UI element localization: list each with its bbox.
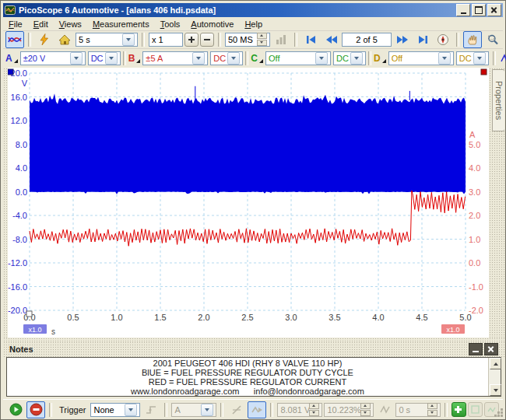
- channel-a-coupling-select[interactable]: DC: [88, 51, 121, 65]
- properties-tab[interactable]: Properties: [492, 69, 504, 131]
- left-axis-unit: V: [22, 79, 28, 88]
- channel-d-group: DOffDC: [374, 51, 489, 65]
- stop-capture-button[interactable]: [26, 401, 45, 418]
- chevron-down-icon[interactable]: [473, 52, 486, 65]
- x-axis-tick: 3.5: [329, 313, 340, 322]
- channel-a-group: A±20 VDC: [5, 51, 121, 65]
- maximize-button[interactable]: [472, 4, 486, 16]
- menu-help[interactable]: Help: [239, 18, 268, 30]
- channel-d-coupling-select[interactable]: DC: [456, 51, 489, 65]
- marquee-zoom-button[interactable]: [483, 31, 502, 48]
- edit-icon: [471, 405, 480, 414]
- menu-views[interactable]: Views: [54, 18, 87, 30]
- context-corner-icon: [136, 59, 140, 63]
- chevron-down-icon[interactable]: [350, 52, 363, 65]
- first-buffer-button[interactable]: [301, 31, 320, 48]
- notes-minimize-button[interactable]: [469, 343, 483, 355]
- channel-d-range-select[interactable]: Off: [388, 51, 454, 65]
- zoom-selection-icon: [487, 33, 499, 46]
- buffer-page-indicator[interactable]: 2 of 5: [342, 33, 392, 47]
- minimize-button[interactable]: [456, 4, 470, 16]
- channel-c-range-select[interactable]: Off: [265, 51, 331, 65]
- lightning-icon: [38, 33, 51, 46]
- menu-edit[interactable]: Edit: [28, 18, 54, 30]
- multiplier-increase-button[interactable]: [184, 33, 199, 47]
- channel-b-range-select[interactable]: ±5 A: [142, 51, 208, 65]
- hand-tool-button[interactable]: [463, 31, 482, 48]
- channel-a-trace[interactable]: [30, 93, 466, 194]
- scope-graph-panel: 20.016.012.08.04.00.0-4.0-8.0-12.0-16.0-…: [3, 68, 504, 338]
- stop-icon: [30, 403, 43, 416]
- channel-b-label[interactable]: B: [128, 53, 141, 64]
- chevron-down-icon[interactable]: [438, 52, 451, 65]
- timebase-select[interactable]: 5 s: [76, 33, 138, 47]
- next-buffer-button[interactable]: [393, 31, 412, 48]
- compass-icon: [437, 33, 449, 46]
- last-page-icon: [417, 34, 429, 45]
- menu-file[interactable]: File: [3, 18, 28, 30]
- chevron-down-icon[interactable]: [105, 52, 118, 65]
- right-axis-tick: 5.0: [469, 140, 480, 149]
- trigger-arrow-button: [248, 401, 266, 418]
- trigger-mode-select[interactable]: None: [90, 403, 140, 417]
- chevron-down-icon[interactable]: [122, 33, 135, 46]
- title-bar[interactable]: PicoScope 6 Automotive - [alans 406 hdi.…: [3, 3, 503, 17]
- notes-text[interactable]: 2001 PEUGEOT 406 HDI (RHY 8 VALVE 110 HP…: [7, 359, 488, 396]
- spinner-arrows[interactable]: [257, 33, 267, 46]
- channel-d-label[interactable]: D: [374, 53, 386, 64]
- notes-editor[interactable]: 2001 PEUGEOT 406 HDI (RHY 8 VALVE 110 HP…: [6, 357, 501, 397]
- bar-chart-icon: [276, 34, 286, 45]
- channel-b-coupling-select[interactable]: DC: [210, 51, 243, 65]
- scope-view-button[interactable]: [5, 31, 24, 48]
- add-measurement-button[interactable]: [452, 402, 466, 417]
- left-splitter[interactable]: [3, 68, 8, 338]
- post-trigger-icon-button: [375, 401, 394, 418]
- channel-a-label[interactable]: A: [5, 53, 18, 64]
- home-button[interactable]: [55, 31, 74, 48]
- menu-measurements[interactable]: Measurements: [87, 18, 155, 30]
- notes-scrollbar[interactable]: [488, 358, 501, 396]
- start-capture-button[interactable]: [6, 401, 25, 418]
- resize-grip[interactable]: [494, 408, 504, 418]
- chevron-down-icon[interactable]: [192, 52, 205, 65]
- trigger-edge-button: [142, 401, 160, 418]
- left-axis-tick: -12.0: [8, 258, 27, 268]
- zoom-multiplier-field[interactable]: x 1: [149, 33, 183, 47]
- buffer-navigator-button[interactable]: [434, 31, 452, 48]
- measurements-button: [272, 31, 290, 48]
- trigger-arrow-icon: [251, 404, 263, 415]
- last-buffer-button[interactable]: [413, 31, 432, 48]
- chevron-down-icon[interactable]: [125, 404, 137, 416]
- chevron-down-icon[interactable]: [315, 52, 328, 65]
- auto-setup-button[interactable]: [35, 31, 54, 48]
- waveform-canvas[interactable]: 20.016.012.08.04.00.0-4.0-8.0-12.0-16.0-…: [3, 68, 504, 338]
- channel-b-group: B±5 ADC: [128, 51, 244, 65]
- right-axis-tick: 3.0: [469, 187, 480, 197]
- trigger-marker-button: [227, 401, 246, 418]
- scroll-up-button[interactable]: [490, 358, 501, 369]
- menu-automotive[interactable]: Automotive: [185, 18, 239, 30]
- channel-c-coupling-select[interactable]: DC: [333, 51, 366, 65]
- post-trigger-value: 0 s: [399, 405, 410, 415]
- waveform-options-button[interactable]: [500, 50, 506, 67]
- channel-a-range-select[interactable]: ±20 V: [20, 51, 86, 65]
- x-axis-tick: 0.5: [67, 313, 79, 322]
- channel-a-marker[interactable]: [8, 69, 13, 75]
- channel-b-marker[interactable]: [481, 69, 487, 75]
- left-axis-tick: 4.0: [16, 163, 27, 173]
- chevron-down-icon[interactable]: [70, 52, 83, 65]
- multiplier-decrease-button[interactable]: [200, 33, 214, 47]
- notes-close-button[interactable]: [484, 343, 498, 355]
- trigger-mode-value: None: [93, 405, 114, 415]
- axis-drag-handle[interactable]: [26, 311, 32, 317]
- chevron-down-icon[interactable]: [227, 52, 240, 65]
- menu-bar: FileEditViewsMeasurementsToolsAutomotive…: [3, 17, 503, 31]
- previous-buffer-button[interactable]: [322, 31, 340, 48]
- menu-tools[interactable]: Tools: [155, 18, 186, 30]
- channel-c-label[interactable]: C: [251, 53, 263, 64]
- scroll-down-button[interactable]: [490, 384, 501, 396]
- sample-count-spinner[interactable]: 50 MS: [225, 33, 270, 47]
- close-button[interactable]: [487, 4, 501, 16]
- trigger-toolbar: Trigger None A 8.081 V 10.223%: [3, 399, 503, 419]
- x-axis-tick: 1.5: [154, 313, 166, 322]
